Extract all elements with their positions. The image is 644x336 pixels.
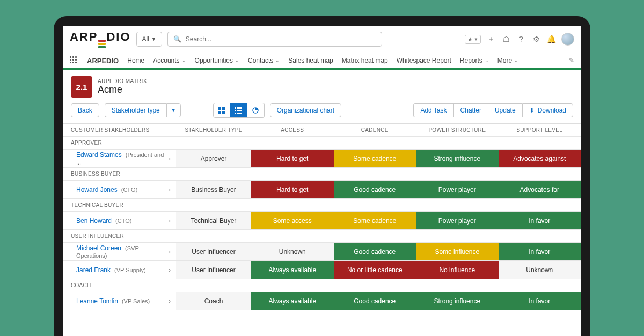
power-cell: No influence (416, 261, 499, 279)
toolbar: Back Stakeholder type ▼ Organizational c… (63, 103, 581, 123)
table-header-row: CUSTOMER STAKEHOLDERS STAKEHOLDER TYPE A… (63, 124, 581, 137)
svg-rect-1 (222, 107, 225, 110)
support-cell: Advocates against (499, 150, 581, 168)
favorites-button[interactable]: ★▼ (465, 35, 481, 44)
type-cell: User Influencer (176, 261, 251, 279)
update-button[interactable]: Update (488, 103, 522, 117)
nav-item-reports[interactable]: Reports⌄ (460, 57, 489, 64)
edit-icon[interactable]: ✎ (569, 57, 574, 64)
stakeholder-name-cell[interactable]: Michael Coreen (SVP Operations)› (63, 243, 176, 261)
table-row: Leanne Tomlin (VP Sales)›CoachAlways ava… (63, 292, 581, 310)
app-screen: ARPDIO All ▼ 🔍 ★▼ ＋ ☖ ? ⚙ 🔔 (63, 26, 581, 336)
type-cell: Technical Buyer (176, 212, 251, 230)
nav-item-contacts[interactable]: Contacts⌄ (248, 57, 280, 64)
stakeholder-name-cell[interactable]: Ben Howard (CTO)› (63, 212, 176, 230)
chevron-right-icon: › (169, 297, 171, 305)
list-view-icon[interactable] (230, 103, 247, 118)
col-cadence: CADENCE (334, 124, 416, 137)
type-cell: Business Buyer (176, 181, 251, 199)
svg-rect-6 (235, 110, 236, 111)
nav-item-home[interactable]: Home (127, 57, 144, 64)
record-actions: Add Task Chatter Update ⬇ Download (413, 103, 573, 117)
stakeholder-role: (CTO) (114, 218, 131, 224)
chevron-down-icon: ▼ (151, 36, 156, 42)
back-button[interactable]: Back (71, 103, 99, 117)
svg-rect-9 (237, 113, 242, 114)
power-cell: Power player (416, 181, 499, 199)
type-cell: Coach (176, 292, 251, 310)
chevron-right-icon: › (169, 217, 171, 225)
stakeholder-name-cell[interactable]: Howard Jones (CFO)› (63, 181, 176, 199)
col-power: POWER STRUCTURE (416, 124, 499, 137)
table-row: Howard Jones (CFO)›Business BuyerHard to… (63, 181, 581, 199)
stakeholder-link[interactable]: Leanne Tomlin (76, 297, 118, 305)
search-scope-label: All (142, 35, 149, 43)
global-search[interactable]: 🔍 (167, 32, 382, 47)
chatter-button[interactable]: Chatter (453, 103, 488, 117)
col-support: SUPPORT LEVEL (499, 124, 581, 137)
svg-rect-3 (222, 111, 225, 114)
stakeholder-link[interactable]: Michael Coreen (76, 244, 121, 252)
chevron-down-icon: ⌄ (485, 58, 489, 63)
chevron-right-icon: › (169, 266, 171, 274)
cadence-cell: Some cadence (334, 150, 416, 168)
nav-item-opportunities[interactable]: Opportunities⌄ (195, 57, 239, 64)
chevron-down-icon: ⌄ (235, 58, 239, 63)
support-cell: In favor (499, 212, 581, 230)
settings-icon[interactable]: ⚙ (531, 34, 541, 44)
add-icon[interactable]: ＋ (486, 34, 496, 44)
cadence-cell: Good cadence (334, 243, 416, 261)
stakeholder-link[interactable]: Jared Frank (76, 266, 111, 274)
access-cell: Hard to get (251, 150, 334, 168)
svg-rect-2 (218, 111, 221, 114)
avatar[interactable] (561, 33, 574, 46)
org-chart-button[interactable]: Organizational chart (270, 103, 341, 117)
chevron-right-icon: › (169, 186, 171, 193)
stakeholder-link[interactable]: Edward Stamos (76, 151, 122, 159)
download-button[interactable]: ⬇ Download (522, 103, 573, 117)
table-row: Michael Coreen (SVP Operations)›User Inf… (63, 243, 581, 261)
nav-item-whitespace-report[interactable]: Whitespace Report (397, 57, 451, 64)
nav-item-more[interactable]: More⌄ (497, 57, 518, 64)
chart-view-icon[interactable] (247, 103, 265, 118)
chevron-right-icon: › (169, 248, 171, 256)
nav-item-sales-heat-map[interactable]: Sales heat map (288, 57, 333, 64)
svg-rect-4 (235, 107, 236, 109)
header-utility-icons: ★▼ ＋ ☖ ? ⚙ 🔔 (465, 33, 574, 46)
nav-bar: ARPEDIO HomeAccounts⌄Opportunities⌄Conta… (63, 53, 581, 70)
stakeholder-type-button[interactable]: Stakeholder type (105, 103, 166, 117)
group-label: BUSINESS BUYER (63, 168, 581, 181)
col-type: STAKEHOLDER TYPE (176, 124, 251, 137)
stakeholder-name-cell[interactable]: Leanne Tomlin (VP Sales)› (63, 292, 176, 310)
nav-item-matrix-heat-map[interactable]: Matrix heat map (342, 57, 388, 64)
table-row: Ben Howard (CTO)›Technical BuyerSome acc… (63, 212, 581, 230)
announcement-icon[interactable]: ☖ (501, 34, 511, 44)
search-input[interactable] (186, 35, 376, 43)
stakeholder-type-dropdown[interactable]: ▼ (166, 103, 181, 117)
stakeholder-name-cell[interactable]: Jared Frank (VP Supply)› (63, 261, 176, 279)
stakeholder-link[interactable]: Howard Jones (76, 186, 118, 193)
power-cell: Strong influence (416, 292, 499, 310)
table-row: Jared Frank (VP Supply)›User InfluencerA… (63, 261, 581, 279)
add-task-button[interactable]: Add Task (413, 103, 453, 117)
group-label: USER INFLUENCER (63, 230, 581, 243)
stakeholder-link[interactable]: Ben Howard (76, 217, 112, 225)
cadence-cell: Some cadence (334, 212, 416, 230)
support-cell: In favor (499, 243, 581, 261)
group-label: TECHNICAL BUYER (63, 199, 581, 212)
notifications-icon[interactable]: 🔔 (546, 34, 556, 44)
nav-item-accounts[interactable]: Accounts⌄ (153, 57, 186, 64)
help-icon[interactable]: ? (516, 34, 526, 44)
search-scope-dropdown[interactable]: All ▼ (136, 32, 162, 47)
table-row: Edward Stamos (President and ...›Approve… (63, 150, 581, 168)
group-label: APPROVER (63, 137, 581, 150)
stakeholder-name-cell[interactable]: Edward Stamos (President and ...› (63, 150, 176, 168)
chevron-down-icon: ⌄ (275, 58, 280, 63)
stakeholder-role: (VP Sales) (120, 298, 150, 304)
record-eyebrow: ARPEDIO MATRIX (98, 78, 147, 84)
grid-view-icon[interactable] (213, 103, 230, 118)
global-header: ARPDIO All ▼ 🔍 ★▼ ＋ ☖ ? ⚙ 🔔 (63, 26, 581, 53)
app-launcher-icon[interactable] (70, 56, 78, 65)
chevron-down-icon: ▼ (171, 108, 176, 113)
col-stakeholders: CUSTOMER STAKEHOLDERS (63, 124, 176, 137)
